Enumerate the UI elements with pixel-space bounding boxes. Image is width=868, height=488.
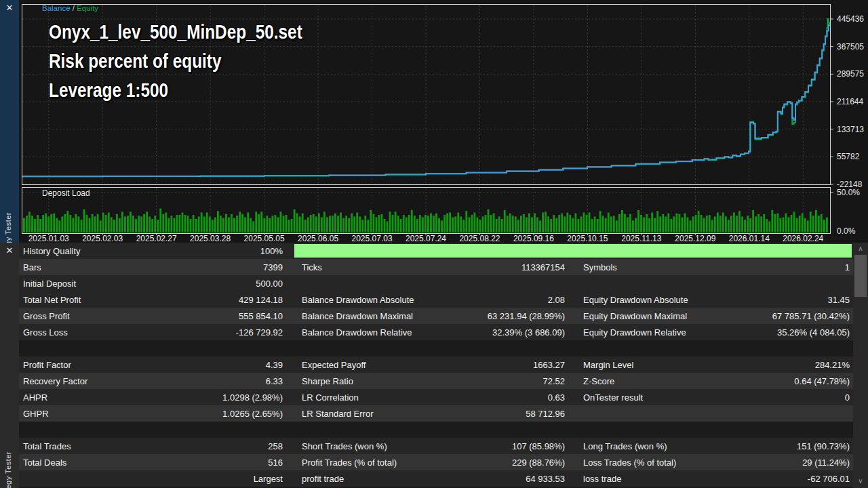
vertical-scrollbar[interactable]: ∧ ∨	[853, 243, 868, 488]
stat-value: 35.26% (4 084.05)	[728, 327, 853, 338]
stat-label: Expected Payoff	[283, 360, 452, 370]
statistics-table: History Quality100%Bars7399Ticks11336715…	[19, 243, 853, 487]
stat-label: Profit Factor	[19, 360, 185, 370]
stat-value: 58 712.96	[452, 409, 565, 419]
stat-value: 151 (90.73%)	[728, 441, 853, 451]
strategy-tester-tab[interactable]: Strategy Tester	[4, 212, 12, 243]
close-icon[interactable]: ✕	[0, 244, 19, 258]
chart-title-line-3: Leverage 1:500	[49, 76, 302, 105]
stat-label: Short Trades (won %)	[283, 441, 452, 451]
stat-label: Balance Drawdown Maximal	[283, 311, 452, 321]
svg-text:367505: 367505	[837, 42, 864, 52]
stat-value: 258	[185, 441, 283, 451]
stat-value: -126 729.92	[185, 327, 283, 338]
table-row[interactable]: Gross Loss-126 729.92Balance Drawdown Re…	[19, 324, 853, 340]
table-row[interactable]: Initial Deposit500.00	[19, 275, 853, 291]
svg-text:211644: 211644	[837, 97, 863, 106]
svg-text:133713: 133713	[837, 125, 864, 134]
strategy-tester-tab[interactable]: Strategy Tester	[4, 451, 12, 488]
stat-label: Initial Deposit	[19, 279, 185, 289]
svg-text:2025.01.03: 2025.01.03	[28, 234, 69, 243]
scroll-down-icon[interactable]: ∨	[853, 476, 868, 487]
table-row[interactable]: Total Deals516Profit Trades (% of total)…	[19, 454, 853, 470]
stat-label: Total Deals	[19, 458, 185, 468]
svg-text:289575: 289575	[837, 69, 864, 79]
svg-text:445436: 445436	[837, 14, 864, 24]
stat-label: Gross Loss	[19, 327, 185, 338]
stat-label: Equity Drawdown Maximal	[565, 311, 728, 321]
stat-value: 64 933.53	[452, 474, 565, 484]
stat-label: Loss Trades (% of total)	[565, 458, 728, 468]
stat-label: Long Trades (won %)	[565, 441, 728, 451]
scrollbar-thumb[interactable]	[854, 255, 867, 297]
table-row[interactable]: Total Trades258Short Trades (won %)107 (…	[19, 438, 853, 454]
table-row[interactable]: Total Net Profit429 124.18Balance Drawdo…	[19, 291, 853, 308]
svg-text:2025.05.05: 2025.05.05	[244, 234, 285, 243]
stat-label: profit trade	[283, 474, 452, 484]
tester-results-sidebar: ✕ Strategy Tester	[0, 243, 19, 488]
stat-value: Largest	[185, 474, 283, 484]
stat-value: 516	[185, 458, 283, 468]
stat-label: Equity Drawdown Relative	[565, 327, 728, 338]
stat-label: LR Standard Error	[283, 409, 452, 419]
stat-value: 429 124.18	[185, 295, 283, 305]
stat-label: Total Net Profit	[19, 295, 185, 305]
stat-label: Recovery Factor	[19, 376, 185, 386]
stat-label: LR Correlation	[283, 392, 452, 403]
stat-label: Equity Drawdown Absolute	[565, 295, 728, 305]
close-icon[interactable]: ✕	[0, 1, 19, 15]
stat-value: 4.39	[185, 360, 283, 370]
chart-title: Onyx_1_lev_500_MinDep_50.set Risk percen…	[49, 18, 302, 105]
stat-value: 1.0265 (2.65%)	[185, 409, 283, 419]
stat-value: -62 706.01	[728, 474, 853, 484]
svg-text:2026.02.24: 2026.02.24	[783, 234, 823, 243]
table-row[interactable]: AHPR1.0298 (2.98%)LR Correlation0.63OnTe…	[19, 389, 853, 405]
stat-label: Bars	[19, 262, 185, 272]
chart-panel: 44543636750528957521164413371355782-2214…	[19, 0, 868, 243]
table-row[interactable]: Bars7399Ticks113367154Symbols1	[19, 259, 853, 275]
stat-value: 0.63	[452, 392, 565, 403]
svg-text:2025.12.09: 2025.12.09	[675, 234, 715, 243]
stat-value: 63 231.94 (28.99%)	[452, 311, 565, 321]
table-row[interactable]	[19, 340, 853, 357]
svg-text:2025.02.03: 2025.02.03	[82, 234, 123, 243]
stat-label: loss trade	[565, 474, 728, 484]
chart-title-line-1: Onyx_1_lev_500_MinDep_50.set	[49, 18, 302, 47]
stat-value: 29 (11.24%)	[728, 458, 853, 468]
legend-balance[interactable]: Balance	[42, 4, 71, 12]
legend-equity[interactable]: Equity	[77, 4, 98, 12]
scroll-up-icon[interactable]: ∧	[853, 243, 868, 254]
stat-value: 31.45	[728, 295, 853, 305]
stat-label: History Quality	[19, 246, 185, 256]
table-row[interactable]: History Quality100%	[19, 243, 853, 259]
stat-value: 67 785.71 (30.42%)	[728, 311, 853, 321]
stat-value: 7399	[185, 262, 283, 272]
svg-text:2025.09.16: 2025.09.16	[513, 234, 554, 243]
svg-text:2025.11.13: 2025.11.13	[621, 234, 661, 243]
strategy-tester-report: 44543636750528957521164413371355782-2214…	[0, 0, 868, 488]
svg-text:55782: 55782	[837, 152, 860, 161]
stat-value: 1.0298 (2.98%)	[185, 392, 283, 403]
stat-value: 1663.27	[452, 360, 565, 370]
table-row[interactable]: GHPR1.0265 (2.65%)LR Standard Error58 71…	[19, 405, 853, 422]
legend-separator: /	[71, 4, 77, 12]
table-row[interactable]	[19, 422, 853, 438]
stat-value: 113367154	[452, 262, 565, 272]
history-quality-bar	[294, 244, 852, 258]
stat-label: Ticks	[283, 262, 452, 272]
stat-label: Profit Trades (% of total)	[283, 458, 452, 468]
stat-value: 0	[728, 392, 853, 403]
stat-label: Sharpe Ratio	[283, 376, 452, 386]
svg-text:50.0%: 50.0%	[837, 188, 860, 197]
stat-value: 1	[728, 262, 853, 272]
table-row[interactable]: Gross Profit555 854.10Balance Drawdown M…	[19, 308, 853, 324]
stat-label: OnTester result	[565, 392, 728, 403]
table-row[interactable]: Recovery Factor6.33Sharpe Ratio72.52Z-Sc…	[19, 373, 853, 389]
table-row[interactable]: Largestprofit trade64 933.53loss trade-6…	[19, 470, 853, 487]
stat-value: 2.08	[452, 295, 565, 305]
stat-label: Margin Level	[565, 360, 728, 370]
table-row[interactable]: Profit Factor4.39Expected Payoff1663.27M…	[19, 357, 853, 373]
stat-value: 555 854.10	[185, 311, 283, 321]
stat-label: Balance Drawdown Relative	[283, 327, 452, 338]
svg-text:2025.08.22: 2025.08.22	[459, 234, 500, 243]
